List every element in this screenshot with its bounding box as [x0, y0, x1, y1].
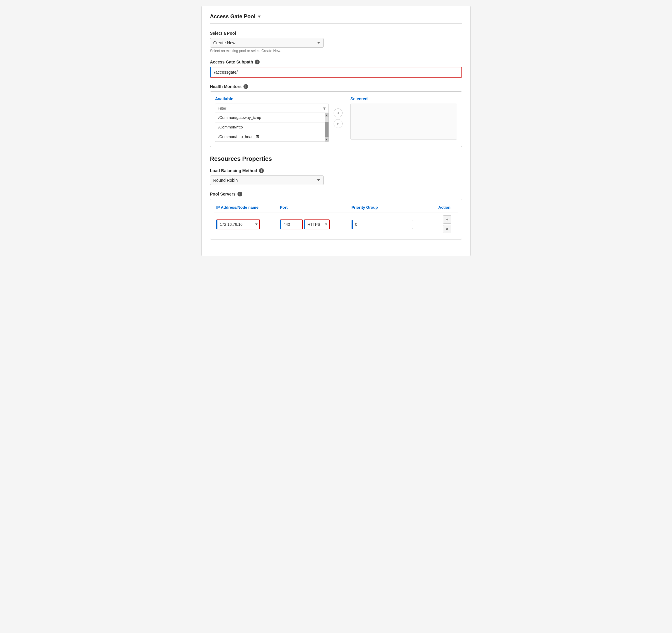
cell-priority	[349, 213, 436, 236]
ip-select-wrapper: 172.16.76.16	[216, 219, 260, 229]
card-header: Access Gate Pool	[210, 14, 462, 24]
header-chevron-icon[interactable]	[258, 16, 261, 18]
list-item[interactable]: /Common/http_head_f5	[215, 132, 329, 142]
priority-wrapper	[352, 220, 413, 229]
col-header-action: Action	[436, 203, 458, 213]
card-title: Access Gate Pool	[210, 14, 256, 20]
scrollbar-down-arrow[interactable]: ▼	[325, 138, 329, 142]
health-monitors-info-icon: i	[243, 84, 248, 89]
scrollbar-thumb[interactable]	[325, 122, 329, 137]
pool-servers-info-icon: i	[238, 192, 242, 196]
port-wrapper	[280, 219, 303, 229]
pool-servers-table: IP Address/Node name Port Priority Group…	[214, 203, 458, 236]
hm-filter-wrapper: ▼	[215, 104, 329, 113]
hm-filter-input[interactable]	[215, 104, 329, 113]
access-gate-subpath-info-icon: i	[255, 59, 260, 64]
action-buttons: + ×	[438, 215, 456, 233]
load-balancing-info-icon: i	[259, 168, 264, 173]
health-monitors-section: Health Monitors i Available ▼ /Common/ga…	[210, 84, 462, 147]
pool-servers-label: Pool Servers i	[210, 192, 462, 196]
col-header-port: Port	[278, 203, 349, 213]
hm-actions: ◄ ►	[334, 108, 345, 128]
hm-available-label: Available	[215, 96, 329, 101]
resources-properties-title: Resources Properties	[210, 155, 462, 162]
hm-selected-box	[351, 104, 457, 140]
pool-servers-box: IP Address/Node name Port Priority Group…	[210, 199, 462, 240]
select-pool-wrapper: Create New	[210, 38, 324, 48]
cell-action: + ×	[436, 213, 458, 236]
ip-dropdown[interactable]: 172.16.76.16	[217, 220, 259, 229]
add-icon: +	[446, 217, 448, 222]
port-input[interactable]	[281, 220, 302, 229]
protocol-dropdown[interactable]: HTTPS	[305, 220, 329, 229]
cell-ip: 172.16.76.16	[214, 213, 278, 236]
table-header-row: IP Address/Node name Port Priority Group…	[214, 203, 458, 213]
health-monitors-box: Available ▼ /Common/gateway_icmp /Common…	[210, 91, 462, 147]
select-pool-helper: Select an existing pool or select Create…	[210, 49, 462, 53]
table-row: 172.16.76.16	[214, 213, 458, 236]
health-monitors-label: Health Monitors i	[210, 84, 462, 89]
load-balancing-label: Load Balancing Method i	[210, 168, 462, 173]
load-balancing-section: Load Balancing Method i Round Robin	[210, 168, 462, 185]
hm-available-col: Available ▼ /Common/gateway_icmp /Common…	[215, 96, 329, 142]
remove-row-button[interactable]: ×	[443, 225, 451, 233]
move-left-button[interactable]: ◄	[334, 108, 342, 117]
col-header-ip: IP Address/Node name	[214, 203, 278, 213]
remove-icon: ×	[446, 227, 448, 232]
hm-selected-label: Selected	[351, 96, 457, 101]
list-item[interactable]: /Common/http	[215, 122, 329, 132]
col-header-priority: Priority Group	[349, 203, 436, 213]
access-gate-subpath-label: Access Gate Subpath i	[210, 59, 462, 64]
list-item[interactable]: /Common/gateway_icmp	[215, 113, 329, 122]
port-field-row: HTTPS	[280, 219, 347, 229]
select-pool-dropdown[interactable]: Create New	[210, 38, 324, 48]
access-gate-subpath-section: Access Gate Subpath i	[210, 59, 462, 77]
select-pool-label: Select a Pool	[210, 31, 462, 35]
hm-selected-col: Selected	[351, 96, 457, 140]
hm-scrollbar[interactable]: ▲ ▼	[325, 113, 329, 142]
cell-port: HTTPS	[278, 213, 349, 236]
move-right-button[interactable]: ►	[334, 119, 342, 128]
protocol-wrapper: HTTPS	[304, 219, 330, 229]
load-balancing-dropdown[interactable]: Round Robin	[210, 175, 324, 185]
load-balancing-wrapper: Round Robin	[210, 175, 324, 185]
pool-servers-section: Pool Servers i IP Address/Node name Port…	[210, 192, 462, 240]
arrow-right-icon: ►	[336, 122, 340, 126]
priority-input[interactable]	[353, 220, 413, 229]
access-gate-pool-card: Access Gate Pool Select a Pool Create Ne…	[201, 6, 471, 256]
select-pool-section: Select a Pool Create New Select an exist…	[210, 31, 462, 53]
add-row-button[interactable]: +	[443, 215, 451, 224]
access-gate-subpath-input[interactable]	[210, 67, 462, 77]
scrollbar-up-arrow[interactable]: ▲	[325, 113, 329, 117]
hm-list: /Common/gateway_icmp /Common/http /Commo…	[215, 113, 329, 142]
health-monitors-columns: Available ▼ /Common/gateway_icmp /Common…	[215, 96, 457, 142]
arrow-left-icon: ◄	[336, 111, 340, 115]
